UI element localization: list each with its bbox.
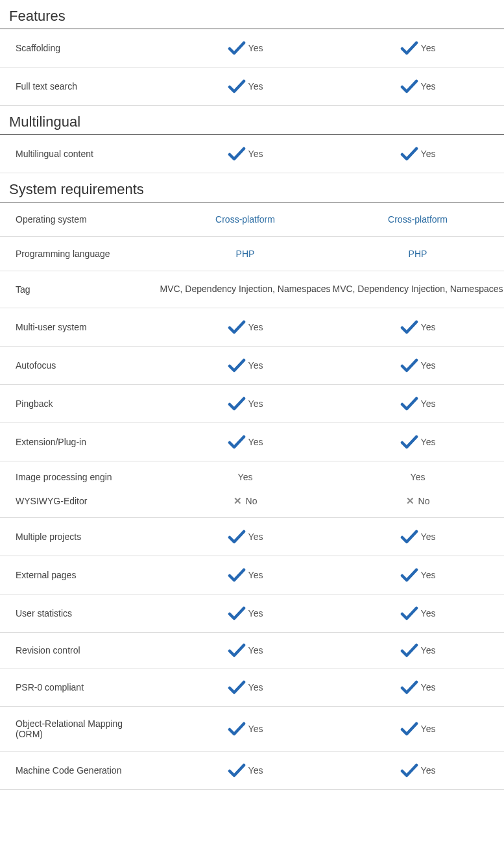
value-text: Yes (421, 322, 436, 332)
row-label: Multi-user system (0, 322, 159, 332)
value-text: Yes (421, 645, 436, 655)
check-icon (400, 320, 418, 334)
tag-text: MVC, Dependency Injection, Namespaces (160, 283, 330, 296)
value-text: Yes (421, 570, 436, 580)
row-operating-system: Operating system Cross-platform Cross-pl… (0, 202, 504, 237)
cell-value: Yes (331, 530, 504, 544)
check-icon (400, 397, 418, 411)
check-icon (228, 397, 246, 411)
cell-value: ✕No (331, 495, 504, 507)
cell-value: Yes (331, 435, 504, 449)
row-orm: Object-Relational Mapping (ORM) Yes Yes (0, 707, 504, 752)
row-label: Programming language (0, 249, 159, 259)
check-icon (228, 722, 246, 736)
link-text[interactable]: Cross-platform (215, 214, 275, 225)
row-multi-user-system: Multi-user system Yes Yes (0, 308, 504, 347)
check-icon (400, 722, 418, 736)
cell-value: Yes (331, 320, 504, 334)
value-text: Yes (421, 149, 436, 159)
check-icon (400, 606, 418, 620)
row-label: User statistics (0, 608, 159, 618)
row-multilingual-content: Multilingual content Yes Yes (0, 135, 504, 173)
check-icon (228, 763, 246, 778)
row-wysiwyg-editor: WYSIWYG-Editor ✕No ✕No (0, 485, 504, 518)
cell-value: Yes (331, 763, 504, 778)
value-text: Yes (421, 532, 436, 542)
x-icon: ✕ (406, 495, 414, 507)
check-icon (400, 147, 418, 161)
value-text: Yes (248, 360, 263, 371)
check-icon (228, 79, 246, 93)
row-autofocus: Autofocus Yes Yes (0, 347, 504, 385)
value-text: Yes (421, 437, 436, 447)
cell-value: Yes (331, 643, 504, 657)
cell-value: Yes (331, 722, 504, 736)
row-label: Object-Relational Mapping (ORM) (0, 718, 159, 739)
check-icon (228, 680, 246, 694)
cell-value: MVC, Dependency Injection, Namespaces (159, 283, 331, 296)
check-icon (228, 568, 246, 582)
cell-value: PHP (159, 249, 331, 259)
section-header-system-requirements: System requirements (0, 176, 504, 202)
value-text: Yes (248, 43, 263, 53)
cell-value: Yes (159, 606, 331, 620)
link-text[interactable]: PHP (236, 249, 255, 259)
cell-value: PHP (331, 249, 504, 259)
value-text: Yes (248, 570, 263, 580)
row-label: WYSIWYG-Editor (0, 496, 159, 506)
tag-text: MVC, Dependency Injection, Namespaces (332, 283, 503, 296)
value-text: Yes (248, 81, 263, 92)
check-icon (228, 530, 246, 544)
cell-value: Yes (159, 722, 331, 736)
cell-value: ✕No (159, 495, 331, 507)
cell-value: Yes (159, 472, 331, 482)
row-programming-language: Programming language PHP PHP (0, 237, 504, 271)
section-header-features: Features (0, 3, 504, 29)
row-external-pages: External pages Yes Yes (0, 556, 504, 594)
value-text: Yes (421, 608, 436, 618)
row-full-text-search: Full text search Yes Yes (0, 67, 504, 106)
check-icon (400, 41, 418, 55)
value-text: Yes (421, 81, 436, 92)
cell-value: Yes (159, 435, 331, 449)
check-icon (400, 680, 418, 694)
value-text: Yes (248, 149, 263, 159)
value-text: Yes (421, 43, 436, 53)
row-label: PSR-0 compliant (0, 682, 159, 692)
check-icon (228, 435, 246, 449)
value-text: Yes (411, 472, 426, 482)
row-label: Pingback (0, 398, 159, 409)
check-icon (228, 147, 246, 161)
cell-value: Yes (159, 79, 331, 93)
value-text: Yes (248, 608, 263, 618)
check-icon (228, 358, 246, 373)
row-machine-code-generation: Machine Code Generation Yes Yes (0, 752, 504, 790)
cell-value: Yes (331, 606, 504, 620)
value-text: Yes (421, 398, 436, 409)
value-text: Yes (421, 682, 436, 692)
check-icon (400, 435, 418, 449)
check-icon (400, 568, 418, 582)
check-icon (228, 643, 246, 657)
cell-value: Yes (159, 530, 331, 544)
x-icon: ✕ (234, 495, 242, 507)
row-psr0-compliant: PSR-0 compliant Yes Yes (0, 668, 504, 707)
check-icon (400, 79, 418, 93)
check-icon (228, 320, 246, 334)
row-label: Tag (0, 284, 159, 295)
cell-value: Yes (159, 397, 331, 411)
link-text[interactable]: PHP (409, 249, 427, 259)
cell-value: Yes (159, 320, 331, 334)
row-pingback: Pingback Yes Yes (0, 385, 504, 423)
row-label: Revision control (0, 645, 159, 655)
value-text: Yes (248, 322, 263, 332)
value-text: Yes (248, 532, 263, 542)
row-label: External pages (0, 570, 159, 580)
check-icon (400, 763, 418, 778)
row-label: Operating system (0, 214, 159, 225)
check-icon (228, 606, 246, 620)
link-text[interactable]: Cross-platform (388, 214, 448, 225)
cell-value: Yes (331, 568, 504, 582)
value-text: Yes (248, 765, 263, 776)
cell-value: Cross-platform (159, 214, 331, 225)
